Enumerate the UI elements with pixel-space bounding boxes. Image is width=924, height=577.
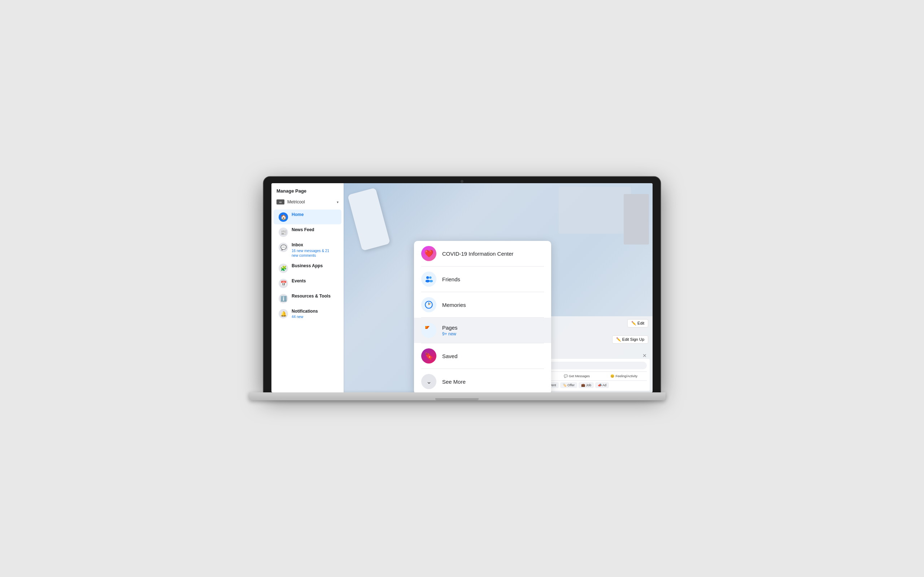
resources-tools-label: Resources & Tools [292, 293, 336, 299]
sidebar-item-business-apps[interactable]: 🧩 Business Apps [274, 261, 341, 276]
business-apps-label: Business Apps [292, 263, 336, 269]
resources-tools-icon: ℹ️ [279, 294, 288, 303]
bg-keyboard-decoration [559, 187, 631, 234]
covid-icon: ❤️ [421, 246, 436, 261]
memories-icon [421, 297, 436, 312]
covid-label: COVID-19 Information Center [442, 251, 544, 257]
screen-bezel: Manage Page ∞ Metricool ▾ 🏠 Home [263, 177, 661, 392]
job-label: 💼 Job [581, 384, 591, 387]
pages-label: Pages [442, 324, 544, 331]
inbox-sub: 16 new messages & 21 new comments [292, 248, 336, 258]
close-icon[interactable]: ✕ [643, 353, 647, 358]
infinity-icon: ∞ [276, 200, 284, 205]
get-messages-button[interactable]: 💬 Get Messages [554, 373, 600, 379]
feeling-activity-button[interactable]: 😊 Feeling/Activity [601, 373, 647, 379]
sidebar-item-notifications[interactable]: 🔔 Notifications 44 new [274, 306, 341, 322]
ad-label: 📣 Ad [598, 384, 606, 387]
offer-label: 🏷️ Offer [563, 384, 575, 387]
home-icon: 🏠 [279, 213, 288, 222]
menu-item-covid[interactable]: ❤️ COVID-19 Information Center [414, 241, 551, 266]
chevron-down-icon: ▾ [337, 200, 339, 204]
sidebar-item-news-feed[interactable]: 📰 News Feed [274, 225, 341, 239]
menu-item-memories[interactable]: Memories [414, 292, 551, 318]
sidebar-item-resources-tools[interactable]: ℹ️ Resources & Tools [274, 291, 341, 306]
events-icon: 📅 [279, 279, 288, 288]
notifications-sub: 44 new [292, 314, 336, 319]
events-label: Events [292, 279, 336, 284]
sidebar: Manage Page ∞ Metricool ▾ 🏠 Home [271, 183, 344, 392]
macbook-container: Manage Page ∞ Metricool ▾ 🏠 Home [263, 177, 661, 400]
menu-item-friends[interactable]: Friends [414, 266, 551, 292]
svg-point-3 [430, 280, 433, 282]
svg-point-2 [429, 276, 432, 279]
sidebar-title: Manage Page [271, 188, 344, 197]
menu-item-pages[interactable]: Pages 9+ new [414, 318, 551, 343]
edit-signup-button[interactable]: ✏️ Edit Sign Up [612, 335, 648, 344]
svg-point-0 [426, 276, 429, 279]
home-label: Home [292, 212, 336, 218]
bg-notebook-decoration [624, 194, 649, 245]
dropdown-menu: ❤️ COVID-19 Information Center [414, 241, 551, 392]
bg-phone-decoration [347, 187, 391, 251]
notifications-label: Notifications [292, 309, 336, 314]
sidebar-dropdown-label: Metricool [287, 200, 337, 205]
job-button[interactable]: 💼 Job [578, 382, 594, 388]
business-apps-icon: 🧩 [279, 264, 288, 273]
pages-icon [421, 323, 436, 338]
get-messages-label: Get Messages [569, 374, 590, 378]
pages-badge: 9+ new [442, 331, 544, 337]
news-feed-icon: 📰 [279, 227, 288, 237]
macbook-bottom-bar [249, 392, 666, 400]
feeling-icon: 😊 [611, 374, 614, 378]
sidebar-dropdown[interactable]: ∞ Metricool ▾ [271, 197, 344, 206]
sidebar-item-events[interactable]: 📅 Events [274, 276, 341, 291]
main-area: ✏️ Edit ✏️ Edit Sign Up ✕ write a post r… [344, 183, 653, 392]
friends-label: Friends [442, 276, 544, 282]
ad-button[interactable]: 📣 Ad [595, 382, 609, 388]
messages-icon: 💬 [564, 374, 568, 378]
screen: Manage Page ∞ Metricool ▾ 🏠 Home [271, 183, 653, 392]
friends-icon [421, 272, 436, 287]
see-more-icon: ⌄ [421, 374, 436, 389]
screen-content: Manage Page ∞ Metricool ▾ 🏠 Home [271, 183, 653, 392]
saved-icon: 🔖 [421, 348, 436, 364]
saved-label: Saved [442, 353, 544, 359]
edit-button[interactable]: ✏️ Edit [627, 319, 648, 327]
sidebar-item-inbox[interactable]: 💬 Inbox 16 new messages & 21 new comment… [274, 240, 341, 260]
see-more-label: See More [442, 379, 544, 385]
svg-point-1 [426, 280, 430, 283]
offer-button[interactable]: 🏷️ Offer [560, 382, 577, 388]
menu-item-saved[interactable]: 🔖 Saved [414, 343, 551, 369]
sidebar-item-home[interactable]: 🏠 Home [274, 210, 341, 224]
inbox-icon: 💬 [279, 243, 288, 252]
memories-label: Memories [442, 302, 544, 308]
menu-item-see-more[interactable]: ⌄ See More [414, 369, 551, 392]
feeling-activity-label: Feeling/Activity [615, 374, 637, 378]
inbox-label: Inbox [292, 242, 336, 248]
notifications-icon: 🔔 [279, 309, 288, 318]
news-feed-label: News Feed [292, 227, 336, 233]
